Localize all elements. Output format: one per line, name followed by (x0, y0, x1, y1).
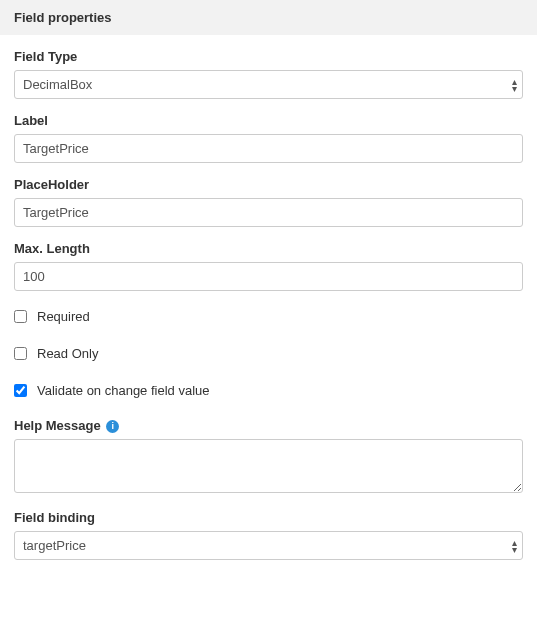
dialog-content: Field Type DecimalBox ▴▾ Label PlaceHold… (0, 35, 537, 628)
spacer (14, 574, 523, 614)
info-icon[interactable]: i (106, 420, 119, 433)
helpmessage-group: Help Message i (14, 418, 523, 496)
label-group: Label (14, 113, 523, 163)
field-type-select[interactable]: DecimalBox (14, 70, 523, 99)
required-checkbox[interactable] (14, 310, 27, 323)
readonly-checkbox[interactable] (14, 347, 27, 360)
field-type-group: Field Type DecimalBox ▴▾ (14, 49, 523, 99)
field-type-label: Field Type (14, 49, 523, 64)
label-label: Label (14, 113, 523, 128)
label-input[interactable] (14, 134, 523, 163)
placeholder-label: PlaceHolder (14, 177, 523, 192)
maxlength-input[interactable] (14, 262, 523, 291)
validate-checkbox[interactable] (14, 384, 27, 397)
validate-row: Validate on change field value (14, 383, 523, 398)
helpmessage-textarea[interactable] (14, 439, 523, 493)
fieldbinding-label: Field binding (14, 510, 523, 525)
maxlength-group: Max. Length (14, 241, 523, 291)
helpmessage-label: Help Message i (14, 418, 523, 433)
placeholder-input[interactable] (14, 198, 523, 227)
fieldbinding-select[interactable]: targetPrice (14, 531, 523, 560)
readonly-label[interactable]: Read Only (37, 346, 98, 361)
dialog-title: Field properties (14, 10, 112, 25)
checkbox-section: Required Read Only Validate on change fi… (14, 309, 523, 398)
dialog-header: Field properties (0, 0, 537, 35)
placeholder-group: PlaceHolder (14, 177, 523, 227)
readonly-row: Read Only (14, 346, 523, 361)
fieldbinding-group: Field binding targetPrice ▴▾ (14, 510, 523, 560)
validate-label[interactable]: Validate on change field value (37, 383, 210, 398)
required-row: Required (14, 309, 523, 324)
required-label[interactable]: Required (37, 309, 90, 324)
maxlength-label: Max. Length (14, 241, 523, 256)
